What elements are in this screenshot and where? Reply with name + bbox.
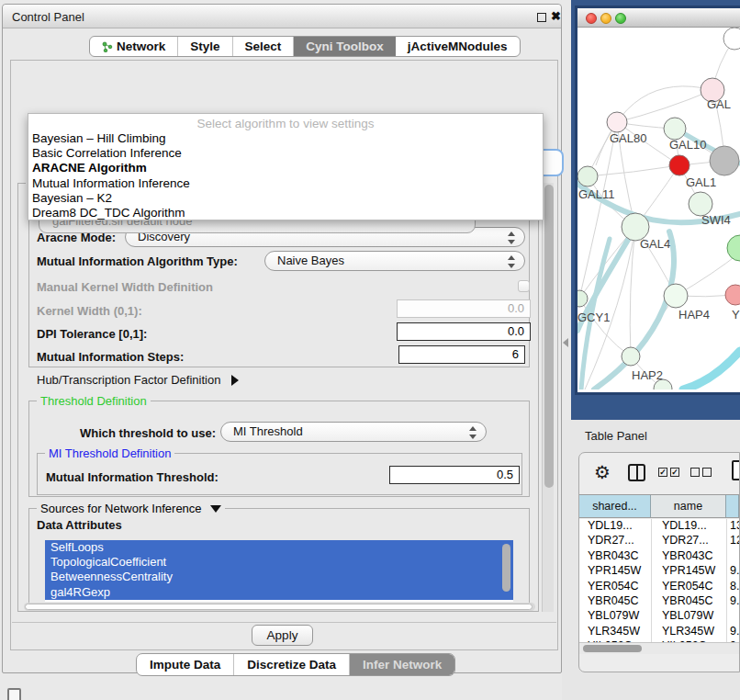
table-cell[interactable]: YLR345W [579,625,651,639]
settings-horizontal-scrollbar[interactable] [24,603,535,611]
network-node[interactable] [727,235,740,261]
table-cell[interactable]: 9. [726,594,739,609]
document-icon[interactable] [732,460,740,480]
bottom-tabbar: Impute Data Discretize Data Infer Networ… [136,653,455,676]
kernel-width-input[interactable]: 0.0 [397,299,531,318]
minimize-traffic-light-icon[interactable] [600,13,611,24]
table-cell[interactable]: 8. [726,580,739,594]
table-cell[interactable]: 9. [726,564,739,579]
table-row[interactable]: YBR045CYBR045C9. [579,594,739,609]
table-cell[interactable]: YDR27... [579,534,651,548]
tab-discretize-data[interactable]: Discretize Data [234,654,350,675]
tab-jactivemnodules[interactable]: jActiveMNodules [396,37,520,56]
panel-splitter-arrow[interactable] [563,338,568,347]
table-cell[interactable]: 13 [726,519,739,534]
divider [12,622,556,623]
network-node[interactable] [664,284,688,308]
network-node[interactable] [723,28,740,50]
mi-threshold-input[interactable]: 0.5 [389,466,520,484]
table-cell[interactable]: YPR145W [579,564,651,579]
table-cell[interactable]: YBL079W [579,609,651,624]
data-attributes-list[interactable]: SelfLoopsTopologicalCoefficientBetweenne… [45,540,513,602]
table-row[interactable]: YLR345WYLR345W9. [579,625,739,639]
close-icon[interactable]: ✖ [551,9,561,23]
table-row[interactable]: YBR043CYBR043C [579,549,739,564]
manual-kernel-width-checkbox[interactable] [518,280,530,292]
table-row[interactable]: YPR145WYPR145W9. [579,564,739,579]
table-cell[interactable]: YDR27... [651,534,726,548]
which-threshold-select[interactable]: MI Threshold [220,422,487,442]
network-window-titlebar[interactable] [577,8,740,28]
column-header-partial[interactable] [726,495,739,517]
table-cell[interactable]: YER054C [579,580,651,594]
network-canvas[interactable]: GALGAL80GAL10GAL1GAL11SWI4GAL4GCY1HAP4YH… [577,28,740,390]
network-node[interactable] [725,285,740,305]
network-node[interactable] [622,347,640,366]
algorithm-option[interactable]: Basic Correlation Inference [28,146,543,161]
mi-algorithm-type-select[interactable]: Naive Bayes [264,251,525,271]
mi-threshold-definition-title: MI Threshold Definition [45,446,174,460]
tab-infer-network[interactable]: Infer Network [350,654,454,675]
zoom-traffic-light-icon[interactable] [615,13,626,24]
data-attribute-item[interactable]: SelfLoops [45,540,513,555]
table-horizontal-scrollbar[interactable] [579,642,739,654]
table-cell[interactable]: YLR345W [651,625,726,639]
data-attribute-item[interactable]: TopologicalCoefficient [45,555,513,570]
close-traffic-light-icon[interactable] [586,13,597,24]
table-cell[interactable]: 9. [726,625,739,639]
algorithm-option[interactable]: Bayesian – Hill Climbing [28,131,543,146]
clear-checkboxes-icon[interactable] [690,468,712,477]
tab-cyni-toolbox[interactable]: Cyni Toolbox [294,37,396,56]
select-all-checkboxes-icon[interactable]: ✓✓ [658,468,679,477]
table-cell[interactable]: YBR043C [651,549,726,564]
hub-definition-expander[interactable]: Hub/Transcription Factor Definition [37,373,239,387]
mi-steps-input[interactable]: 6 [398,345,525,364]
tab-network[interactable]: Network [90,37,178,56]
table-row[interactable]: YER054CYER054C8. [579,580,739,594]
which-threshold-label: Which threshold to use: [80,426,216,440]
algorithm-option[interactable]: Mutual Information Inference [28,176,543,191]
network-node[interactable] [607,112,627,132]
network-node[interactable] [577,290,588,307]
table-window: ⚙ ✓✓ shared... name YDL19...YDL19...13YD… [578,452,740,672]
network-node[interactable] [577,166,598,186]
column-header-shared-name[interactable]: shared... [579,495,651,517]
settings-vertical-scrollbar[interactable] [542,183,554,612]
manual-kernel-width-label: Manual Kernel Width Definition [37,280,213,294]
data-attribute-item[interactable]: gal4RGexp [45,585,513,600]
table-row[interactable]: YBL079WYBL079W [579,609,739,624]
algorithm-option[interactable]: Dream8 DC_TDC Algorithm [28,206,543,220]
table-row[interactable]: YDR27...YDR27...12 [579,534,739,548]
algorithm-option[interactable]: Bayesian – K2 [28,191,543,206]
network-node[interactable] [669,155,690,175]
data-attribute-item[interactable]: BetweennessCentrality [45,570,513,584]
minimized-panel-icon[interactable] [7,688,21,700]
table-cell[interactable]: YER054C [651,580,726,594]
network-node[interactable] [664,118,686,140]
network-node[interactable] [710,146,739,175]
table-cell[interactable]: YPR145W [651,564,726,579]
apply-button[interactable]: Apply [252,625,313,646]
dpi-tolerance-input[interactable]: 0.0 [397,322,531,341]
tab-impute-data[interactable]: Impute Data [137,654,234,675]
list-scrollbar[interactable] [502,544,510,592]
sources-title[interactable]: Sources for Network Inference [37,502,225,515]
table-cell[interactable]: YBR043C [579,549,651,564]
table-cell[interactable] [726,549,739,564]
gear-icon[interactable]: ⚙ [594,461,611,483]
algorithm-option[interactable]: ARACNE Algorithm [28,161,543,175]
table-cell[interactable]: YDL19... [651,519,726,534]
table-row[interactable]: YDL19...YDL19...13 [579,519,739,534]
float-window-icon[interactable] [537,13,546,22]
column-header-name[interactable]: name [651,495,726,517]
tab-style[interactable]: Style [178,37,232,56]
algorithm-dropdown-items: Bayesian – Hill ClimbingBasic Correlatio… [28,131,543,220]
table-cell[interactable]: YBR045C [651,594,726,609]
split-columns-icon[interactable] [628,464,645,481]
table-cell[interactable]: YDL19... [579,519,651,534]
table-cell[interactable] [726,609,739,624]
table-cell[interactable]: 12 [726,534,739,548]
tab-select[interactable]: Select [233,37,295,56]
table-cell[interactable]: YBL079W [651,609,726,624]
table-cell[interactable]: YBR045C [579,594,651,609]
